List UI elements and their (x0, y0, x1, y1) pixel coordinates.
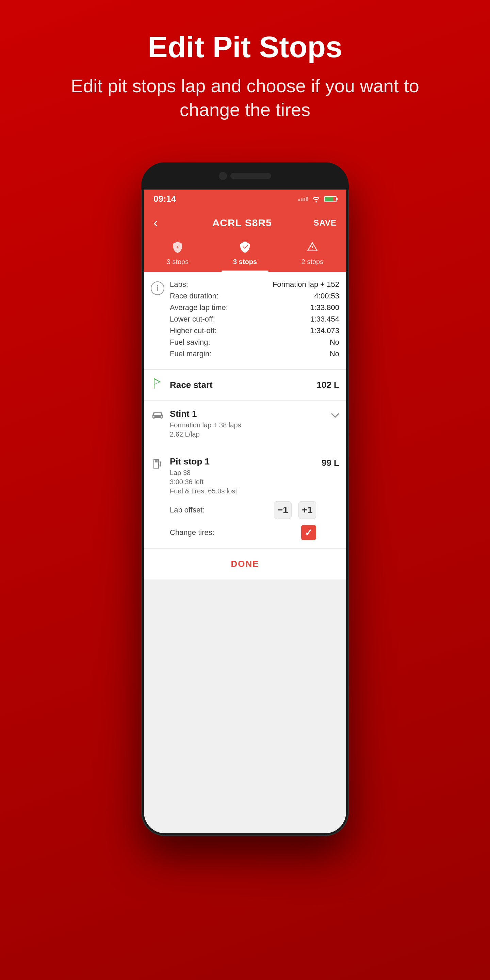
stint-info: Stint 1 Formation lap + 38 laps 2.62 L/l… (170, 409, 326, 440)
change-tires-row: Change tires: ✓ (170, 525, 316, 540)
fuel-saving-row: Fuel saving: No (170, 338, 339, 347)
race-start-label: Race start (170, 380, 311, 390)
done-section: DONE (144, 549, 346, 579)
avg-lap-label: Average lap time: (170, 303, 228, 312)
signal-icon (298, 197, 308, 201)
page-subtitle: Edit pit stops lap and choose if you wan… (41, 74, 449, 121)
svg-text:+: + (176, 244, 179, 250)
car-icon (151, 410, 164, 423)
stint-sub2: 2.62 L/lap (170, 430, 326, 438)
avg-lap-value: 1:33.800 (310, 303, 339, 312)
fuel-margin-value: No (330, 350, 339, 358)
tab-2[interactable]: 3 stops (211, 237, 279, 272)
laps-row: Laps: Formation lap + 152 (170, 280, 339, 289)
avg-lap-row: Average lap time: 1:33.800 (170, 303, 339, 312)
race-start-value: 102 L (317, 380, 340, 390)
tab-1-label: 3 stops (167, 258, 189, 266)
lap-offset-label: Lap offset: (170, 506, 267, 514)
tab-1[interactable]: + 3 stops (144, 237, 211, 272)
change-tires-label: Change tires: (170, 528, 294, 537)
pit-stop-section: Pit stop 1 Lap 38 3:00:36 left Fuel & ti… (144, 448, 346, 549)
race-duration-row: Race duration: 4:00:53 (170, 292, 339, 301)
fuel-margin-label: Fuel margin: (170, 350, 211, 358)
phone-screen: 09:14 ‹ ACRL S8R5 SAVE (144, 189, 346, 833)
pit-stop-title: Pit stop 1 (170, 456, 316, 467)
flag-icon (151, 378, 164, 392)
status-time: 09:14 (153, 194, 176, 204)
stint-section: Stint 1 Formation lap + 38 laps 2.62 L/l… (144, 401, 346, 448)
phone-notch (141, 162, 349, 189)
battery-icon (324, 196, 337, 202)
status-bar: 09:14 (144, 189, 346, 208)
race-duration-label: Race duration: (170, 292, 218, 301)
content-area: i Laps: Formation lap + 152 Race duratio… (144, 272, 346, 579)
pit-stop-lap: Lap 38 (170, 469, 316, 477)
change-tires-checkbox[interactable]: ✓ (301, 525, 316, 540)
race-duration-value: 4:00:53 (314, 292, 339, 301)
tab-bar: + 3 stops 3 stops 2 st (144, 234, 346, 272)
offset-plus-button[interactable]: +1 (298, 501, 316, 519)
app-header: ‹ ACRL S8R5 SAVE (144, 208, 346, 234)
stint-sub1: Formation lap + 38 laps (170, 421, 326, 429)
back-button[interactable]: ‹ (153, 215, 170, 231)
lap-offset-row: Lap offset: −1 +1 (170, 501, 316, 519)
fuel-saving-value: No (330, 338, 339, 347)
lower-cutoff-row: Lower cut-off: 1:33.454 (170, 315, 339, 324)
page-header: Edit Pit Stops Edit pit stops lap and ch… (0, 30, 490, 121)
pit-stop-fuel-tires: Fuel & tires: 65.0s lost (170, 487, 316, 495)
tab-1-icon: + (172, 240, 184, 256)
app-title: ACRL S8R5 (212, 217, 272, 229)
phone-camera (219, 172, 227, 180)
status-icons (298, 195, 337, 203)
higher-cutoff-row: Higher cut-off: 1:34.073 (170, 326, 339, 335)
pit-stop-info: Pit stop 1 Lap 38 3:00:36 left Fuel & ti… (170, 456, 316, 540)
fuel-icon (151, 458, 164, 472)
fuel-saving-label: Fuel saving: (170, 338, 210, 347)
save-button[interactable]: SAVE (313, 218, 337, 228)
offset-minus-button[interactable]: −1 (274, 501, 292, 519)
phone-side-button (348, 366, 349, 394)
phone-frame: 09:14 ‹ ACRL S8R5 SAVE (141, 162, 349, 836)
info-icon: i (151, 282, 164, 295)
page-title: Edit Pit Stops (41, 30, 449, 64)
tab-3[interactable]: 2 stops (279, 237, 346, 272)
tab-2-label: 3 stops (233, 258, 257, 266)
battery-fill (325, 197, 334, 201)
pit-stop-fuel-value: 99 L (321, 458, 339, 468)
race-info-section: i Laps: Formation lap + 152 Race duratio… (144, 272, 346, 369)
checkmark-icon: ✓ (305, 527, 312, 538)
chevron-down-icon[interactable] (331, 410, 339, 421)
stint-title: Stint 1 (170, 409, 326, 419)
higher-cutoff-value: 1:34.073 (310, 326, 339, 335)
wifi-icon (311, 195, 321, 203)
phone-speaker (231, 173, 271, 179)
laps-value: Formation lap + 152 (272, 280, 339, 289)
lower-cutoff-value: 1:33.454 (310, 315, 339, 324)
done-button[interactable]: DONE (217, 555, 272, 573)
tab-3-label: 2 stops (301, 258, 323, 266)
fuel-margin-row: Fuel margin: No (170, 350, 339, 358)
tab-2-icon (239, 240, 251, 256)
tab-3-icon (306, 240, 318, 256)
race-start-section: Race start 102 L (144, 369, 346, 401)
laps-label: Laps: (170, 280, 188, 289)
pit-stop-time-left: 3:00:36 left (170, 478, 316, 486)
info-rows: Laps: Formation lap + 152 Race duration:… (170, 280, 339, 361)
higher-cutoff-label: Higher cut-off: (170, 326, 217, 335)
lower-cutoff-label: Lower cut-off: (170, 315, 215, 324)
